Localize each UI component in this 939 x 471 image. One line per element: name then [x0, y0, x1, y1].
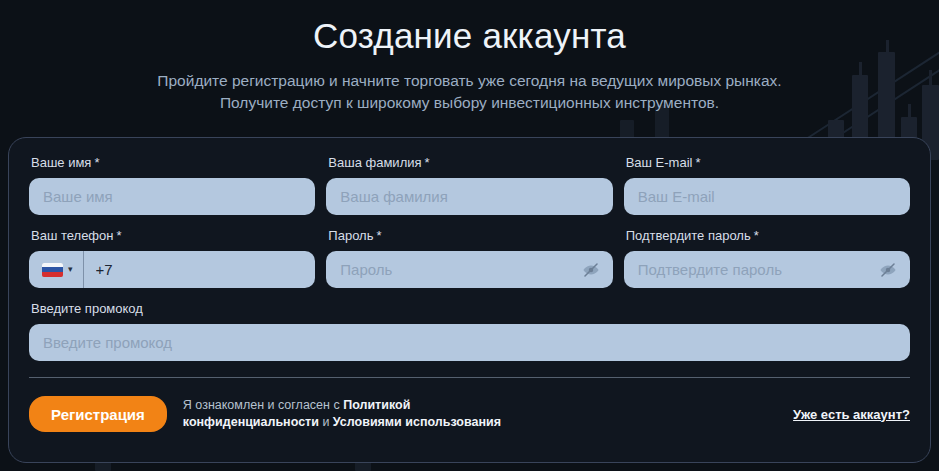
agreement-prefix: Я ознакомлен и согласен с	[183, 398, 340, 412]
agreement-conjunction: и	[322, 415, 329, 429]
last-name-field: Ваша фамилия*	[326, 153, 612, 215]
page-title: Создание аккаунта	[0, 16, 939, 56]
last-name-label-text: Ваша фамилия	[328, 155, 421, 170]
password-confirm-label: Подтвердите пароль*	[626, 226, 910, 245]
promo-code-label-text: Введите промокод	[31, 301, 143, 316]
terms-of-use-link[interactable]: Условиями использования	[333, 415, 501, 429]
email-label-text: Ваш E-mail	[626, 155, 693, 170]
required-asterisk: *	[425, 155, 430, 170]
email-input[interactable]	[624, 178, 910, 215]
promo-code-field: Введите промокод	[29, 299, 910, 361]
country-code-selector[interactable]: ▾	[29, 251, 84, 288]
page-subtitle-line1: Пройдите регистрацию и начните торговать…	[0, 70, 939, 92]
phone-input[interactable]	[84, 251, 316, 288]
password-input-wrap	[326, 251, 612, 288]
toggle-password-confirm-visibility-button[interactable]	[878, 260, 898, 280]
promo-code-input[interactable]	[29, 324, 910, 361]
header: Создание аккаунта Пройдите регистрацию и…	[0, 0, 939, 115]
register-button[interactable]: Регистрация	[29, 396, 167, 432]
phone-field: Ваш телефон* ▾	[29, 226, 315, 288]
agreement-text: Я ознакомлен и согласен с Политикой конф…	[183, 397, 528, 432]
first-name-label-text: Ваше имя	[31, 155, 91, 170]
form-divider	[29, 377, 910, 378]
phone-label: Ваш телефон*	[31, 226, 315, 245]
password-confirm-input[interactable]	[624, 251, 910, 288]
already-have-account-link[interactable]: Уже есть аккаунт?	[793, 407, 910, 422]
toggle-password-visibility-button[interactable]	[581, 260, 601, 280]
page-subtitle: Пройдите регистрацию и начните торговать…	[0, 70, 939, 115]
required-asterisk: *	[376, 228, 381, 243]
required-asterisk: *	[94, 155, 99, 170]
form-footer: Регистрация Я ознакомлен и согласен с По…	[29, 396, 910, 432]
password-confirm-field: Подтвердите пароль*	[624, 226, 910, 288]
email-field: Ваш E-mail*	[624, 153, 910, 215]
required-asterisk: *	[754, 228, 759, 243]
registration-screen: Создание аккаунта Пройдите регистрацию и…	[0, 0, 939, 471]
first-name-label: Ваше имя*	[31, 153, 315, 172]
required-asterisk: *	[695, 155, 700, 170]
password-field: Пароль*	[326, 226, 612, 288]
registration-form-panel: Ваше имя* Ваша фамилия* Ваш E-mail* Ваш …	[8, 137, 931, 463]
page-subtitle-line2: Получите доступ к широкому выбору инвест…	[0, 92, 939, 114]
required-asterisk: *	[116, 228, 121, 243]
password-input[interactable]	[326, 251, 612, 288]
caret-down-icon: ▾	[68, 265, 73, 274]
russia-flag-icon	[42, 263, 63, 277]
password-confirm-input-wrap	[624, 251, 910, 288]
last-name-label: Ваша фамилия*	[328, 153, 612, 172]
password-label-text: Пароль	[328, 228, 373, 243]
eye-off-icon	[582, 261, 600, 279]
last-name-input[interactable]	[326, 178, 612, 215]
email-label: Ваш E-mail*	[626, 153, 910, 172]
fields-grid: Ваше имя* Ваша фамилия* Ваш E-mail* Ваш …	[29, 153, 910, 361]
phone-label-text: Ваш телефон	[31, 228, 113, 243]
eye-off-icon	[879, 261, 897, 279]
first-name-input[interactable]	[29, 178, 315, 215]
password-label: Пароль*	[328, 226, 612, 245]
first-name-field: Ваше имя*	[29, 153, 315, 215]
password-confirm-label-text: Подтвердите пароль	[626, 228, 751, 243]
promo-code-label: Введите промокод	[31, 299, 910, 318]
phone-input-group: ▾	[29, 251, 315, 288]
